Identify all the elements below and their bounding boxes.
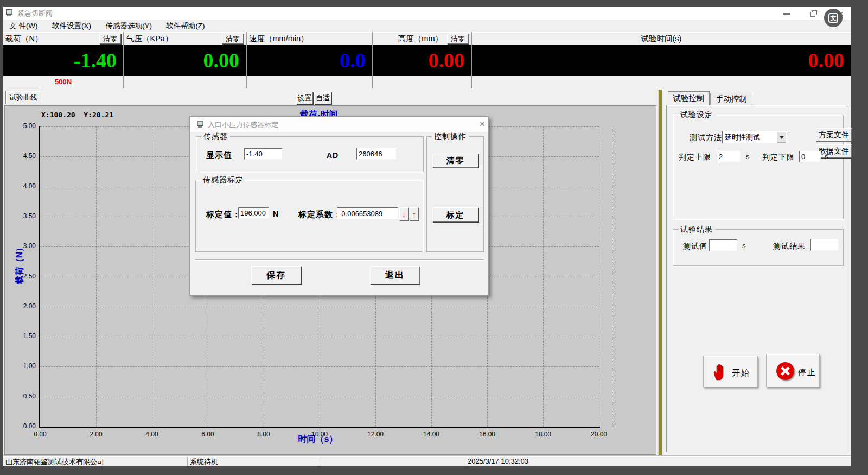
cal-value-label: 标定值： (206, 210, 241, 220)
ad-value-input[interactable] (356, 148, 397, 160)
gauge-load-value: -1.40 (3, 45, 123, 76)
display-value-input[interactable] (244, 148, 283, 160)
method-dropdown[interactable]: 延时性测试 (722, 131, 787, 144)
data-file-button[interactable]: 数据文件 (816, 144, 852, 158)
y-tick-label: 3.50 (10, 212, 36, 220)
x-tick-label: 10.00 (306, 430, 333, 438)
status-bar: 山东济南铂鉴测试技术有限公司 系统待机 2025/3/17 10:32:03 (3, 456, 851, 466)
status-empty (321, 457, 465, 466)
window-title: 紧急切断阀 (17, 9, 53, 18)
cal-value-input[interactable] (238, 207, 269, 219)
dialog-close-icon[interactable]: × (477, 119, 488, 130)
display-value-label: 显示值 (206, 150, 232, 161)
chevron-down-icon[interactable] (777, 132, 786, 143)
y-tick-label: 1.50 (10, 332, 36, 340)
scheme-file-button[interactable]: 方案文件 (816, 128, 852, 142)
dialog-title: 入口小压力传感器标定 (208, 120, 278, 130)
x-tick-label: 16.00 (474, 430, 501, 438)
hand-icon (712, 363, 726, 381)
test-results-title: 试验结果 (678, 225, 715, 235)
y-tick-label: 1.00 (10, 362, 36, 370)
grid-line (40, 366, 599, 367)
ad-label: AD (327, 151, 339, 160)
upper-limit-label: 判定上限 (679, 153, 711, 162)
method-label: 测试方法 (690, 133, 722, 143)
coef-up-arrow-icon[interactable]: ↑ (410, 207, 419, 221)
stop-button[interactable]: 停止 (766, 354, 820, 387)
x-tick-label: 0.00 (27, 430, 54, 438)
menu-item-software-settings[interactable]: 软件设置(X) (46, 20, 97, 31)
dialog-zero-button[interactable]: 清零 (432, 154, 478, 168)
minimize-icon[interactable] (783, 13, 790, 15)
menu-item-sensor-options[interactable]: 传感器选项(Y) (99, 20, 158, 31)
calibration-group: 传感器标定 标定值： N 标定系数： ↓ ↑ (195, 180, 423, 252)
exit-button[interactable]: 退出 (370, 266, 420, 284)
tab-test-control[interactable]: 试验控制 (668, 91, 710, 105)
gauge-time-label: 试验时间(s) (641, 34, 682, 44)
test-value-input[interactable] (709, 239, 737, 251)
tab-test-curve[interactable]: 试验曲线 (5, 91, 41, 104)
y-tick-label: 2.00 (10, 302, 36, 310)
test-result-label: 测试结果 (773, 242, 806, 251)
test-settings-group: 试验设定 测试方法 延时性测试 方案文件 数据文件 判定上限 s 判定下限 s (673, 115, 844, 219)
chart-cursor-line (612, 126, 612, 427)
grid-line (40, 307, 599, 307)
gauge-strip: 载荷（N） 清零 -1.40 500N 气压（KPa） 清零 0.00 速度（m… (3, 32, 851, 88)
menu-item-file[interactable]: 文 件(W) (3, 20, 43, 31)
gauge-pressure: 气压（KPa） 清零 0.00 (124, 32, 247, 88)
gauge-time: 试验时间(s) 0.00 (472, 32, 851, 88)
load-zero-button[interactable]: 清零 (99, 34, 121, 44)
dialog-separator (195, 259, 484, 261)
chart-settings-button[interactable]: 设置 (296, 92, 313, 104)
gauge-load-range: 500N (3, 76, 123, 88)
dialog-icon (197, 121, 205, 128)
dialog-titlebar[interactable]: 入口小压力传感器标定 × (190, 117, 488, 132)
stop-icon (776, 362, 794, 380)
x-tick-label: 4.00 (138, 430, 165, 438)
panel-divider (658, 90, 662, 455)
gauge-height-value: 0.00 (373, 45, 471, 76)
sensor-group-title: 传感器 (201, 132, 230, 142)
dialog-calibrate-button[interactable]: 标定 (432, 207, 478, 222)
status-system-state: 系统待机 (188, 457, 321, 466)
x-axis-line (39, 427, 600, 428)
save-button[interactable]: 保存 (251, 266, 301, 284)
height-zero-button[interactable]: 清零 (447, 34, 469, 44)
lower-limit-label: 判定下限 (762, 153, 795, 162)
coef-input[interactable] (337, 207, 398, 219)
app-icon (6, 9, 14, 16)
restore-icon[interactable] (810, 10, 818, 17)
y-tick-label: 4.50 (10, 152, 36, 160)
stop-button-label: 停止 (798, 368, 816, 378)
title-bar[interactable]: 紧急切断阀 (3, 7, 851, 20)
chart-autofit-button[interactable]: 自适 (314, 92, 331, 104)
control-container: 试验设定 测试方法 延时性测试 方案文件 数据文件 判定上限 s 判定下限 s … (666, 105, 847, 452)
menu-item-help[interactable]: 软件帮助(Z) (160, 20, 210, 31)
gauge-pressure-value: 0.00 (124, 45, 246, 76)
menu-bar: 文 件(W) 软件设置(X) 传感器选项(Y) 软件帮助(Z) (3, 20, 851, 31)
y-tick-label: 5.00 (10, 122, 36, 130)
pressure-zero-button[interactable]: 清零 (222, 34, 244, 44)
test-result-input[interactable] (810, 239, 839, 251)
y-tick-label: 4.00 (10, 182, 36, 190)
gauge-height: 高度（mm） 清零 0.00 (373, 32, 472, 88)
sensor-group: 传感器 显示值 AD (196, 136, 424, 172)
control-ops-group: 控制操作 清零 标定 (426, 136, 484, 252)
start-button[interactable]: 开始 (703, 356, 758, 387)
gauge-speed: 速度（mm/min） 0.0 (247, 32, 373, 88)
x-tick-label: 14.00 (418, 430, 445, 438)
x-tick-label: 6.00 (194, 430, 221, 438)
gauge-time-value: 0.00 (472, 45, 851, 76)
upper-limit-input[interactable] (717, 151, 741, 162)
y-tick-label: 3.00 (10, 242, 36, 250)
coef-down-arrow-icon[interactable]: ↓ (399, 207, 409, 221)
grid-line (40, 337, 599, 337)
x-tick-label: 12.00 (362, 430, 389, 438)
gauge-pressure-label: 气压（KPa） (126, 34, 173, 44)
lower-limit-input[interactable] (799, 151, 821, 162)
calibration-group-title: 传感器标定 (201, 175, 246, 185)
tab-manual-control[interactable]: 手动控制 (710, 93, 752, 105)
coef-label: 标定系数： (298, 210, 342, 220)
lower-limit-unit: s (825, 153, 828, 161)
translate-overlay-icon[interactable]: 文 (824, 9, 843, 27)
